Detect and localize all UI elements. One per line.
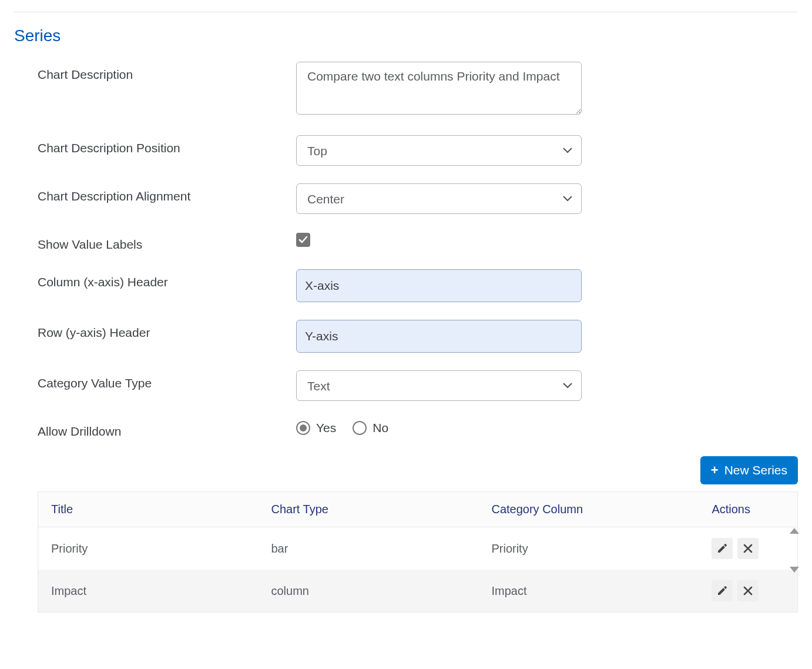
delete-row-button[interactable] bbox=[737, 538, 759, 559]
close-icon bbox=[742, 585, 754, 597]
category-value-type-select[interactable]: Text bbox=[296, 370, 582, 401]
edit-row-button[interactable] bbox=[712, 538, 733, 559]
section-title-series: Series bbox=[14, 26, 798, 45]
radio-yes-label: Yes bbox=[316, 421, 336, 435]
table-row: Impact column Impact bbox=[38, 570, 798, 613]
pencil-icon bbox=[716, 543, 728, 554]
cell-title: Impact bbox=[38, 570, 259, 613]
show-value-labels-label: Show Value Labels bbox=[38, 232, 296, 252]
new-series-button[interactable]: + New Series bbox=[700, 456, 798, 484]
row-y-axis-header-input[interactable] bbox=[296, 320, 582, 353]
allow-drilldown-yes-radio[interactable]: Yes bbox=[296, 421, 336, 435]
table-header-actions: Actions bbox=[699, 492, 797, 527]
cell-chart-type: column bbox=[258, 570, 478, 613]
table-header-title[interactable]: Title bbox=[38, 492, 259, 527]
allow-drilldown-no-radio[interactable]: No bbox=[353, 421, 388, 435]
chart-description-alignment-select[interactable]: Center bbox=[296, 183, 582, 214]
edit-row-button[interactable] bbox=[712, 580, 733, 601]
chart-description-position-select[interactable]: Top bbox=[296, 135, 582, 166]
chart-description-textarea[interactable] bbox=[296, 62, 582, 115]
cell-chart-type: bar bbox=[258, 527, 478, 570]
close-icon bbox=[742, 543, 754, 554]
chart-description-position-label: Chart Description Position bbox=[38, 135, 296, 155]
row-move-down-button[interactable] bbox=[790, 567, 799, 573]
cell-category-column: Impact bbox=[478, 570, 699, 613]
plus-icon: + bbox=[711, 464, 719, 477]
category-value-type-label: Category Value Type bbox=[38, 370, 296, 390]
series-form: Chart Description Chart Description Posi… bbox=[14, 62, 798, 439]
chart-description-alignment-label: Chart Description Alignment bbox=[38, 183, 296, 203]
column-x-axis-header-input[interactable] bbox=[296, 269, 582, 302]
radio-no-label: No bbox=[373, 421, 388, 435]
table-header-category-column[interactable]: Category Column bbox=[478, 492, 699, 527]
new-series-button-label: New Series bbox=[724, 463, 787, 477]
check-icon bbox=[298, 235, 308, 245]
table-row: Priority bar Priority bbox=[38, 527, 798, 570]
series-table: Title Chart Type Category Column Actions… bbox=[38, 491, 798, 613]
cell-category-column: Priority bbox=[478, 527, 699, 570]
allow-drilldown-label: Allow Drilldown bbox=[38, 419, 296, 439]
delete-row-button[interactable] bbox=[737, 580, 759, 601]
cell-title: Priority bbox=[38, 527, 259, 570]
column-x-axis-header-label: Column (x-axis) Header bbox=[38, 269, 296, 289]
pencil-icon bbox=[716, 585, 728, 597]
chart-description-label: Chart Description bbox=[38, 62, 296, 82]
top-divider bbox=[14, 12, 798, 12]
table-header-chart-type[interactable]: Chart Type bbox=[258, 492, 478, 527]
row-move-up-button[interactable] bbox=[790, 528, 799, 534]
row-y-axis-header-label: Row (y-axis) Header bbox=[38, 320, 296, 340]
show-value-labels-checkbox[interactable] bbox=[296, 233, 310, 247]
